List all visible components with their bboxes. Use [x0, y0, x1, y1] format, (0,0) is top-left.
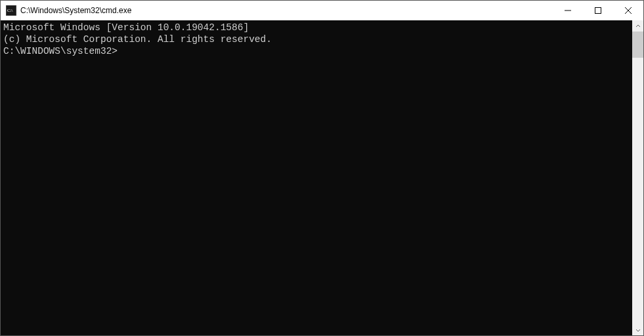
scroll-down-button[interactable] [632, 324, 643, 335]
console-line: Microsoft Windows [Version 10.0.19042.15… [3, 22, 630, 33]
vertical-scrollbar[interactable] [632, 20, 643, 335]
minimize-icon [565, 7, 571, 14]
close-button[interactable] [613, 1, 643, 20]
titlebar[interactable]: C:\ C:\Windows\System32\cmd.exe [1, 1, 643, 20]
cmd-icon: C:\ [6, 5, 16, 16]
window-title: C:\Windows\System32\cmd.exe [20, 6, 131, 15]
prompt-text: C:\WINDOWS\system32> [3, 45, 118, 57]
console-output[interactable]: Microsoft Windows [Version 10.0.19042.15… [1, 20, 632, 335]
minimize-button[interactable] [553, 1, 583, 20]
svg-rect-3 [595, 8, 601, 14]
client-area: Microsoft Windows [Version 10.0.19042.15… [1, 20, 643, 335]
window-controls [553, 1, 643, 20]
svg-text:C:\: C:\ [7, 8, 13, 13]
maximize-icon [595, 7, 601, 14]
scroll-thumb[interactable] [632, 32, 643, 58]
scroll-track[interactable] [632, 32, 643, 324]
chevron-down-icon [635, 327, 641, 333]
maximize-button[interactable] [583, 1, 613, 20]
prompt-line: C:\WINDOWS\system32> [3, 45, 630, 57]
console-line: (c) Microsoft Corporation. All rights re… [3, 33, 630, 45]
cursor [118, 45, 123, 56]
close-icon [625, 7, 632, 14]
scroll-up-button[interactable] [632, 20, 643, 32]
chevron-up-icon [635, 24, 641, 29]
cmd-window: C:\ C:\Windows\System32\cmd.exe [0, 0, 644, 336]
